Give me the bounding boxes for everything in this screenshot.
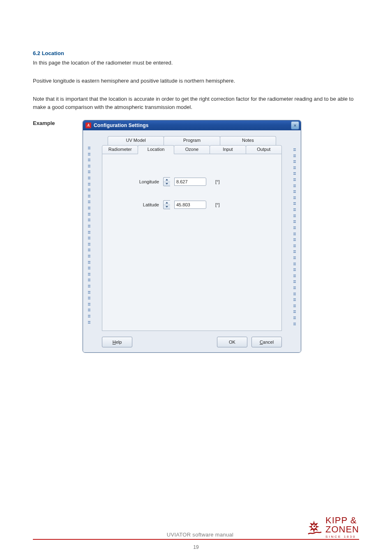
longitude-input[interactable] bbox=[174, 178, 206, 186]
decorative-left-ruler bbox=[88, 147, 90, 324]
paragraph-1: In this page the location of the radiome… bbox=[33, 59, 362, 67]
svg-marker-1 bbox=[166, 183, 168, 185]
logo-since: SINCE 1830 bbox=[325, 535, 359, 539]
cancel-button[interactable]: Cancel bbox=[251, 337, 282, 347]
paragraph-3: Note that it is important that the locat… bbox=[33, 95, 362, 111]
latitude-label: Latitude bbox=[127, 202, 159, 207]
footer-rule bbox=[33, 539, 359, 540]
tab-notes[interactable]: Notes bbox=[220, 136, 276, 145]
chevron-down-icon[interactable] bbox=[164, 205, 170, 209]
footer-manual-title: UVIATOR software manual bbox=[95, 532, 306, 539]
chevron-up-icon[interactable] bbox=[164, 178, 170, 182]
svg-marker-3 bbox=[166, 206, 168, 208]
dialog-titlebar[interactable]: A Configuration Settings × bbox=[83, 120, 301, 130]
page-number: 19 bbox=[0, 544, 392, 550]
close-icon[interactable]: × bbox=[291, 121, 299, 130]
tab-ozone[interactable]: Ozone bbox=[174, 145, 210, 154]
chevron-down-icon[interactable] bbox=[164, 182, 170, 186]
tab-program[interactable]: Program bbox=[164, 136, 220, 145]
longitude-spinner[interactable] bbox=[163, 177, 170, 186]
longitude-label: Longitude bbox=[127, 179, 159, 184]
dialog-title: Configuration Settings bbox=[94, 123, 149, 128]
latitude-input[interactable] bbox=[174, 201, 206, 209]
app-icon: A bbox=[85, 123, 91, 128]
svg-marker-2 bbox=[166, 202, 168, 204]
logo-mark-icon bbox=[306, 519, 322, 536]
ok-button[interactable]: OK bbox=[217, 337, 247, 347]
help-button[interactable]: Help bbox=[102, 337, 132, 347]
tab-location[interactable]: Location bbox=[138, 145, 174, 154]
svg-marker-0 bbox=[166, 179, 168, 180]
tab-radiometer[interactable]: Radiometer bbox=[102, 145, 138, 154]
location-tab-pane: Longitude [°] Latitude bbox=[102, 154, 282, 331]
example-label: Example bbox=[33, 120, 55, 126]
latitude-spinner[interactable] bbox=[163, 200, 170, 209]
longitude-unit: [°] bbox=[215, 179, 220, 184]
decorative-right-ruler bbox=[293, 148, 296, 325]
paragraph-2: Positive longitude is eastern hemisphere… bbox=[33, 77, 362, 85]
chevron-up-icon[interactable] bbox=[164, 201, 170, 205]
latitude-unit: [°] bbox=[215, 202, 220, 207]
svg-point-5 bbox=[314, 525, 315, 527]
configuration-settings-dialog: A Configuration Settings × bbox=[83, 120, 301, 353]
tab-input[interactable]: Input bbox=[210, 145, 246, 154]
kipp-zonen-logo: KIPP & ZONEN SINCE 1830 bbox=[306, 516, 359, 539]
tab-uv-model[interactable]: UV Model bbox=[108, 136, 164, 145]
section-heading: 6.2 Location bbox=[33, 50, 362, 56]
logo-text-line1: KIPP & bbox=[325, 516, 359, 525]
logo-text-line2: ZONEN bbox=[325, 525, 359, 534]
tab-output[interactable]: Output bbox=[246, 145, 282, 154]
